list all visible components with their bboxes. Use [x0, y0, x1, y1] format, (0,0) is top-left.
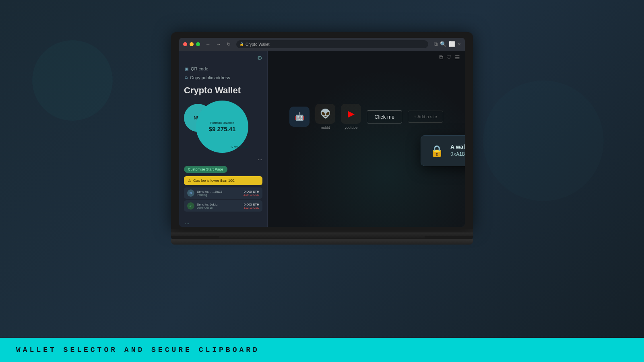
gas-alert: ⚠ Gas fee is lower than 100. [184, 176, 262, 185]
menu-icon[interactable]: ☰ [455, 54, 460, 60]
qr-code-menu-item[interactable]: ▣ QR code [179, 64, 267, 73]
tx-usd-1: -$19.13 USD [243, 193, 259, 196]
tx-to-2: Send to: JoLiq [197, 203, 240, 206]
notification-text-block: A wallet number is copied and secured 0x… [450, 144, 465, 157]
laptop-bezel: ← → ↻ 🔒 Crypto Wallet ⧉ 🔍 ⬜ × [171, 32, 473, 229]
notification-address: 0xA1B2C3D4e5f6g7h8I9J10K11m12n13o14P15Q1… [450, 152, 465, 157]
wallet-menu-top: ⚙ [179, 55, 267, 64]
avatar-icon: 🤖 [295, 112, 305, 121]
notification-title: A wallet number is copied and secured [450, 144, 465, 150]
settings-gear-icon[interactable]: ⚙ [257, 55, 262, 61]
transaction-item-2[interactable]: ✓ Send to: JoLiq Done Oct 15 -0.003 ETH … [184, 200, 262, 212]
bottom-more-button[interactable]: ... [179, 216, 267, 227]
browser-content: ⬡ ◎ ⊕ ⟳ ☰ ✦ ⚙ ⚙ [179, 51, 465, 227]
warning-icon: ⚠ [188, 179, 191, 183]
laptop-base [171, 239, 473, 245]
tx-usd-2: -$12.13 USD [243, 206, 259, 209]
extensions-icon[interactable]: ⧉ [434, 41, 438, 47]
notification-lock-icon: 🔒 [430, 144, 444, 158]
shortcut-reddit[interactable]: 👽 reddit [315, 104, 335, 130]
bottom-banner: WALLET SELECTOR AND SECURE CLIPBOARD [0, 338, 644, 362]
notification-popup: 🔒 A wallet number is copied and secured … [421, 135, 465, 166]
reddit-icon-box: 👽 [315, 104, 335, 124]
tx-info-2: Send to: JoLiq Done Oct 15 [197, 203, 240, 209]
tx-status-1: Pending [197, 193, 240, 196]
transaction-item-1[interactable]: ↻ Send to: ......0a22 Pending -0.005 ETH… [184, 187, 262, 199]
gas-alert-text: Gas fee is lower than 100. [193, 179, 235, 183]
minimize-button[interactable] [190, 42, 194, 46]
pending-tx-icon: ↻ [187, 189, 194, 197]
browser-chrome: ← → ↻ 🔒 Crypto Wallet ⧉ 🔍 ⬜ × [179, 38, 465, 51]
my-assets-label: My Assets [234, 145, 248, 149]
laptop-foot-left [171, 236, 219, 239]
laptop-foot-right [425, 236, 473, 239]
tx-amount-2: -0.003 ETH -$12.13 USD [243, 203, 259, 209]
tx-amount-1: -0.005 ETH -$19.13 USD [243, 190, 259, 196]
back-button[interactable]: ← [206, 41, 211, 47]
arrow-icon: ↘ [230, 145, 233, 149]
shortcuts-row: 🤖 👽 reddit ▶ [289, 104, 443, 130]
qr-code-label: QR code [191, 66, 208, 71]
youtube-label: youtube [345, 125, 357, 130]
wallet-left-section: ⬡ ◎ ⊕ ⟳ ☰ ✦ ⚙ ⚙ [179, 51, 268, 227]
lock-icon: 🔒 [239, 42, 244, 46]
done-tx-icon: ✓ [187, 202, 194, 210]
laptop-hinge [171, 229, 473, 232]
new-tab-page: ⧉ ♡ ☰ 🤖 [268, 51, 465, 227]
wallet-sidebar: ⚙ ▣ QR code ⧉ Copy public address [179, 51, 268, 227]
youtube-icon: ▶ [348, 109, 355, 119]
close-button[interactable] [183, 42, 187, 46]
maximize-button[interactable] [196, 42, 200, 46]
copy-address-label: Copy public address [190, 75, 230, 80]
copy-icon: ⧉ [185, 75, 188, 80]
browser-actions: ⧉ 🔍 ⬜ × [434, 41, 461, 47]
qr-icon: ▣ [185, 67, 188, 71]
reddit-label: reddit [321, 125, 330, 130]
reddit-icon: 👽 [320, 109, 331, 119]
refresh-button[interactable]: ↻ [227, 41, 231, 47]
url-bar[interactable]: 🔒 Crypto Wallet [236, 40, 428, 48]
portfolio-label: Portfolio Balance [210, 121, 234, 125]
heart-icon[interactable]: ♡ [446, 54, 452, 60]
add-site-button[interactable]: + Add a site [408, 111, 443, 123]
laptop-bottom-bar [171, 232, 473, 239]
avatar-icon-box: 🤖 [289, 107, 310, 127]
forward-button[interactable]: → [216, 41, 221, 47]
wallet-bubbles: NFT Portfolio Balance $9 275.41 ↘ My Ass… [184, 101, 262, 153]
my-assets-link[interactable]: ↘ My Assets [230, 145, 248, 149]
shortcut-avatar[interactable]: 🤖 [289, 107, 310, 127]
laptop: ← → ↻ 🔒 Crypto Wallet ⧉ 🔍 ⬜ × [171, 32, 473, 245]
new-tab-topbar: ⧉ ♡ ☰ [268, 51, 465, 64]
tx-eth-2: -0.003 ETH [243, 203, 259, 206]
youtube-icon-box: ▶ [341, 104, 361, 124]
shortcut-youtube[interactable]: ▶ youtube [341, 104, 361, 130]
browser-window: ← → ↻ 🔒 Crypto Wallet ⧉ 🔍 ⬜ × [179, 38, 465, 227]
copy-icon-newtab[interactable]: ⧉ [439, 54, 443, 61]
tx-status-2: Done Oct 15 [197, 206, 240, 209]
wallet-main-content: Crypto Wallet NFT Portfolio Balance $9 2… [179, 82, 267, 216]
url-text: Crypto Wallet [246, 42, 270, 47]
close-window-icon[interactable]: × [458, 41, 461, 47]
more-options-button[interactable]: ··· [184, 156, 262, 162]
wallet-title: Crypto Wallet [184, 85, 262, 96]
search-icon[interactable]: 🔍 [440, 41, 446, 47]
tx-info-1: Send to: ......0a22 Pending [197, 190, 240, 196]
portfolio-bubble[interactable]: Portfolio Balance $9 275.41 ↘ My Assets [196, 101, 248, 153]
tabs-icon[interactable]: ⬜ [449, 41, 455, 47]
copy-address-menu-item[interactable]: ⧉ Copy public address [179, 73, 267, 82]
click-me-button[interactable]: Click me [367, 110, 402, 123]
bottom-banner-text: WALLET SELECTOR AND SECURE CLIPBOARD [16, 346, 260, 354]
tx-to-1: Send to: ......0a22 [197, 190, 240, 193]
tx-eth-1: -0.005 ETH [243, 190, 259, 193]
portfolio-value: $9 275.41 [209, 125, 236, 132]
customize-start-page-button[interactable]: Customise Start Page [184, 166, 227, 173]
